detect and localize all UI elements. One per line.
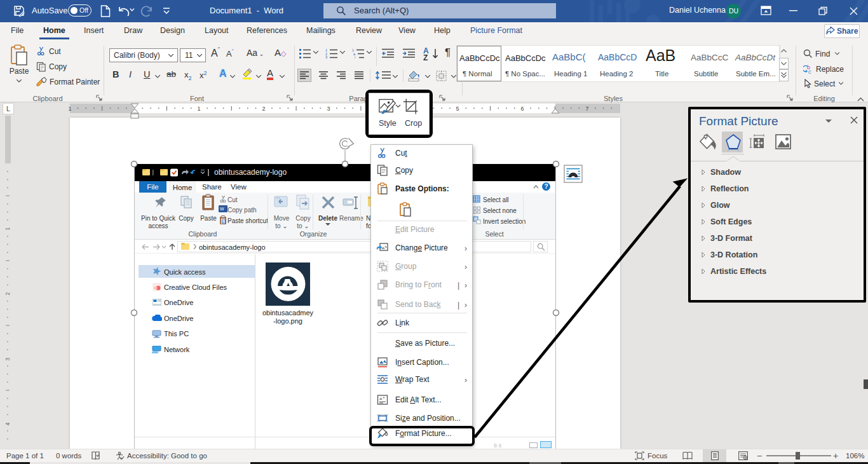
svg-text:4: 4: [4, 422, 11, 425]
svg-text:7: 7: [585, 106, 588, 112]
svg-text:c: c: [808, 69, 811, 74]
svg-text:3: 3: [4, 357, 11, 360]
svg-text:3: 3: [327, 106, 330, 112]
svg-text:1: 1: [197, 106, 200, 112]
svg-text:i: i: [355, 55, 355, 58]
svg-text:2: 2: [4, 292, 11, 295]
svg-text:6: 6: [520, 106, 524, 112]
svg-text:1: 1: [4, 227, 11, 230]
svg-text:3: 3: [325, 55, 327, 58]
svg-text:2: 2: [262, 106, 265, 112]
svg-text:1: 1: [68, 106, 71, 112]
svg-text:W: W: [220, 207, 224, 211]
svg-text:5: 5: [456, 106, 459, 112]
